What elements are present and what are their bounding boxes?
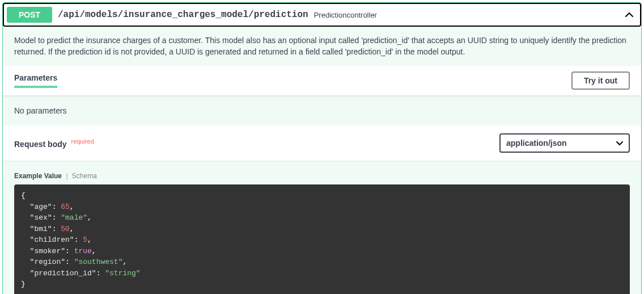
example-section: Example Value | Schema { "age": 65, "sex… xyxy=(3,161,641,294)
no-parameters-text: No parameters xyxy=(14,106,67,115)
endpoint-path: /api/models/insurance_charges_model/pred… xyxy=(52,10,314,20)
tab-schema[interactable]: Schema xyxy=(72,172,97,180)
try-it-out-button[interactable]: Try it out xyxy=(571,72,630,90)
operation-description-wrapper: Model to predict the insurance charges o… xyxy=(3,27,641,66)
chevron-down-icon xyxy=(616,138,623,148)
endpoint-controller: Predictioncontroller xyxy=(314,11,624,19)
operation-summary-row[interactable]: POST /api/models/insurance_charges_model… xyxy=(3,3,641,27)
http-method-badge: POST xyxy=(7,7,52,23)
request-body-header: Request body required application/json xyxy=(3,125,641,161)
content-type-value: application/json xyxy=(506,138,567,148)
operation-description: Model to predict the insurance charges o… xyxy=(14,35,630,57)
chevron-up-icon xyxy=(624,9,635,20)
example-json-block: { "age": 65, "sex": "male", "bmi": 50, "… xyxy=(14,184,630,294)
request-body-title-wrapper: Request body required xyxy=(14,138,94,149)
tab-separator: | xyxy=(66,172,67,180)
parameters-title: Parameters xyxy=(14,73,57,88)
content-type-select[interactable]: application/json xyxy=(499,133,630,153)
required-badge: required xyxy=(71,138,94,145)
example-tabs: Example Value | Schema xyxy=(14,172,630,180)
operation-block: POST /api/models/insurance_charges_model… xyxy=(2,2,642,294)
parameters-header: Parameters Try it out xyxy=(3,66,641,96)
tab-example-value[interactable]: Example Value xyxy=(14,172,62,180)
request-body-title: Request body xyxy=(14,140,67,149)
parameters-body: No parameters xyxy=(3,96,641,125)
